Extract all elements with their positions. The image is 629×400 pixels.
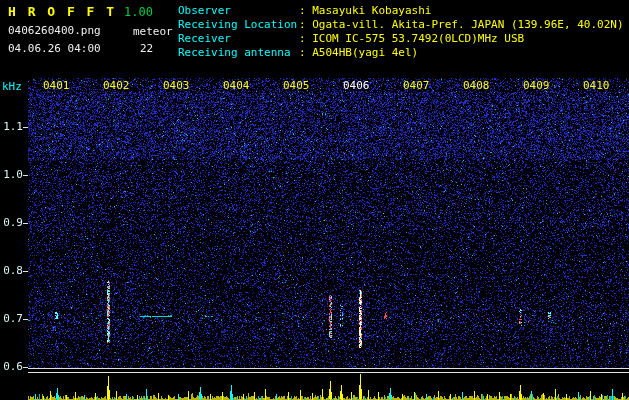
meteor-count: 22 [140,42,153,55]
station-row: Receiver: ICOM IC-575 53.7492(0LCD)MHz U… [178,32,624,46]
station-separator: : [299,18,312,31]
station-separator: : [299,4,312,17]
app-version: 1.00 [124,5,153,19]
station-label: Observer [178,4,299,18]
station-row: Observer: Masayuki Kobayashi [178,4,624,18]
station-value: ICOM IC-575 53.7492(0LCD)MHz USB [312,32,524,45]
station-value: Masayuki Kobayashi [312,4,431,17]
station-label: Receiver [178,32,299,46]
meteor-label: meteor [133,25,173,38]
observation-datetime: 04.06.26 04:00 [8,42,101,55]
station-label: Receiving antenna [178,46,299,60]
station-separator: : [299,46,312,59]
hrofft-screen: H R O F F T 1.00 0406260400.png meteor 0… [0,0,629,400]
station-value: A504HB(yagi 4el) [312,46,418,59]
station-info: Observer: Masayuki KobayashiReceiving Lo… [178,4,624,60]
station-row: Receiving antenna: A504HB(yagi 4el) [178,46,624,60]
app-title: H R O F F T [8,4,116,19]
header: H R O F F T 1.00 0406260400.png meteor 0… [0,0,629,76]
station-row: Receiving Location: Ogata-vill. Akita-Pr… [178,18,624,32]
station-separator: : [299,32,312,45]
output-filename: 0406260400.png [8,24,101,37]
station-value: Ogata-vill. Akita-Pref. JAPAN (139.96E, … [312,18,623,31]
station-label: Receiving Location [178,18,299,32]
